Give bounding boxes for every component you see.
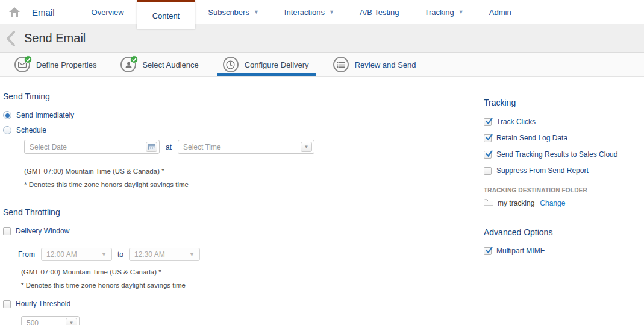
send-throttling-heading: Send Throttling xyxy=(3,207,340,217)
nav-item-subscribers[interactable]: Subscribers▼ xyxy=(195,0,272,24)
hourly-threshold-input[interactable]: 500 ▼ xyxy=(21,316,80,325)
nav-item-tracking[interactable]: Tracking▼ xyxy=(411,0,476,24)
threshold-spinner-icon[interactable]: ▼ xyxy=(66,318,77,325)
send-immediately-option[interactable]: Send Immediately xyxy=(3,111,340,119)
send-immediately-radio[interactable] xyxy=(3,111,11,119)
list-icon xyxy=(333,57,349,72)
nav-item-overview[interactable]: Overview xyxy=(79,0,137,24)
top-nav: Email Overview Content Subscribers▼ Inte… xyxy=(0,0,644,24)
multipart-mime-option[interactable]: Multipart MIME xyxy=(484,247,644,255)
folder-icon xyxy=(484,198,493,209)
multipart-mime-checkbox[interactable] xyxy=(484,247,492,255)
retain-send-log-option[interactable]: Retain Send Log Data xyxy=(484,134,644,142)
timezone-text: (GMT-07:00) Mountain Time (US & Canada) … xyxy=(24,168,340,175)
page-title: Send Email xyxy=(24,31,86,45)
schedule-radio[interactable] xyxy=(3,126,11,134)
left-column: Send Timing Send Immediately Schedule Se… xyxy=(3,77,340,325)
chevron-down-icon: ▼ xyxy=(329,9,334,15)
chevron-down-icon: ▼ xyxy=(254,9,259,15)
step-select-audience[interactable]: Select Audience xyxy=(120,53,198,76)
calendar-icon[interactable] xyxy=(146,142,157,152)
nav-item-content[interactable]: Content xyxy=(137,0,196,29)
check-badge-icon xyxy=(130,55,138,63)
hourly-threshold-option[interactable]: Hourly Threshold xyxy=(3,300,340,308)
send-tracking-results-option[interactable]: Send Tracking Results to Sales Cloud xyxy=(484,150,644,159)
select-date-input[interactable]: Select Date xyxy=(24,140,160,154)
step-label: Configure Delivery xyxy=(245,60,309,69)
tracking-folder-name: my tracking xyxy=(498,199,534,207)
suppress-from-send-report-option[interactable]: Suppress From Send Report xyxy=(484,166,644,175)
audience-icon xyxy=(120,57,136,72)
nav-item-admin[interactable]: Admin xyxy=(477,0,524,24)
time-spinner-icon[interactable]: ▼ xyxy=(301,142,312,152)
retain-send-log-checkbox[interactable] xyxy=(484,134,492,142)
step-configure-delivery[interactable]: Configure Delivery xyxy=(223,53,309,76)
from-time-select[interactable]: 12:00 AM ▼ xyxy=(41,248,112,261)
suppress-from-send-report-checkbox[interactable] xyxy=(484,167,492,175)
chevron-down-icon: ▼ xyxy=(189,251,195,257)
timezone-note: * Denotes this time zone honors daylight… xyxy=(21,282,340,289)
step-label: Select Audience xyxy=(142,60,198,69)
timezone-text: (GMT-07:00) Mountain Time (US & Canada) … xyxy=(21,268,340,276)
wizard-steps: Define Properties Select Audience Config… xyxy=(0,53,644,77)
back-button[interactable] xyxy=(6,31,16,46)
advanced-options-heading: Advanced Options xyxy=(484,227,644,237)
select-time-input[interactable]: Select Time ▼ xyxy=(178,140,314,154)
tracking-folder-row: my tracking Change xyxy=(484,198,644,209)
hourly-threshold-checkbox[interactable] xyxy=(3,300,11,308)
home-icon[interactable] xyxy=(9,0,20,24)
active-step-indicator xyxy=(217,73,316,76)
chevron-down-icon: ▼ xyxy=(458,9,464,15)
step-define-properties[interactable]: Define Properties xyxy=(14,53,96,76)
delivery-window-range-row: From 12:00 AM ▼ to 12:30 AM ▼ xyxy=(18,248,340,261)
chevron-down-icon: ▼ xyxy=(101,251,107,257)
send-timing-heading: Send Timing xyxy=(3,92,340,101)
track-clicks-option[interactable]: Track Clicks xyxy=(484,118,644,126)
step-label: Define Properties xyxy=(36,60,96,69)
to-label: to xyxy=(117,250,123,259)
page-header: Send Email xyxy=(0,24,644,53)
nav-item-interactions[interactable]: Interactions▼ xyxy=(272,0,347,24)
schedule-datetime-row: Select Date at Select Time ▼ xyxy=(24,140,340,154)
tracking-destination-folder-label: TRACKING DESTINATION FOLDER xyxy=(484,187,644,194)
step-review-and-send[interactable]: Review and Send xyxy=(333,53,416,76)
clock-icon xyxy=(223,57,239,72)
from-label: From xyxy=(18,250,35,259)
nav-item-ab-testing[interactable]: A/B Testing xyxy=(347,0,412,24)
check-badge-icon xyxy=(24,55,32,63)
right-column: Tracking Track Clicks Retain Send Log Da… xyxy=(484,77,644,255)
app-title: Email xyxy=(32,0,55,24)
schedule-option[interactable]: Schedule xyxy=(3,126,340,134)
change-folder-link[interactable]: Change xyxy=(540,199,565,207)
delivery-window-option[interactable]: Delivery Window xyxy=(3,227,340,235)
tracking-heading: Tracking xyxy=(484,98,644,107)
timezone-note: * Denotes this time zone honors daylight… xyxy=(24,181,340,188)
send-tracking-results-checkbox[interactable] xyxy=(484,151,492,159)
track-clicks-checkbox[interactable] xyxy=(484,118,492,126)
envelope-icon xyxy=(14,57,30,72)
to-time-select[interactable]: 12:30 AM ▼ xyxy=(129,248,200,261)
delivery-window-checkbox[interactable] xyxy=(3,227,11,235)
step-label: Review and Send xyxy=(355,60,416,69)
at-label: at xyxy=(166,143,172,151)
nav-items: Overview Content Subscribers▼ Interactio… xyxy=(79,0,524,24)
